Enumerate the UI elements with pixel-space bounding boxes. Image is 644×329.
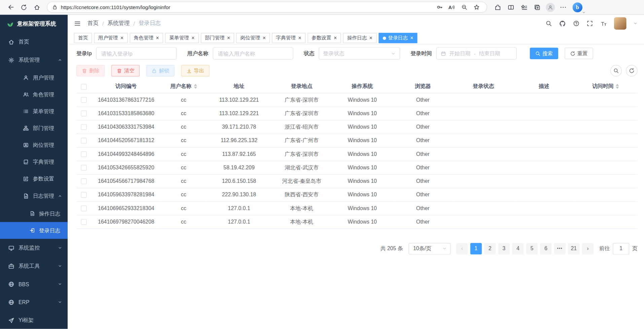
app-logo[interactable]: 意框架管理系统 (0, 15, 68, 33)
close-tab-icon[interactable]: × (227, 35, 230, 41)
col-visit-time[interactable]: 访问时间 (574, 80, 637, 93)
help-icon[interactable] (573, 20, 580, 27)
close-tab-icon[interactable]: × (369, 35, 372, 41)
unlock-button[interactable]: 解锁 (146, 65, 175, 76)
close-tab-icon[interactable]: × (298, 35, 301, 41)
row-checkbox[interactable] (81, 178, 86, 184)
sidebar-item-param-settings[interactable]: 参数设置 (0, 170, 68, 187)
sidebar-item-erp[interactable]: ERP (0, 293, 68, 311)
page-button-21[interactable]: 21 (568, 243, 579, 254)
show-search-icon[interactable] (610, 65, 622, 76)
address-bar[interactable]: https://ccnetcore.com:1101/system/log/lo… (47, 2, 487, 13)
breadcrumb-system-mgmt[interactable]: 系统管理 (108, 20, 130, 27)
github-icon[interactable] (559, 20, 566, 27)
close-tab-icon[interactable]: × (120, 35, 123, 41)
tab-login-log[interactable]: 登录日志× (379, 33, 417, 43)
url-text[interactable]: https://ccnetcore.com:1101/system/log/lo… (61, 4, 433, 10)
row-checkbox[interactable] (81, 192, 86, 198)
browser-refresh-button[interactable] (17, 1, 30, 13)
browser-back-button[interactable] (4, 1, 17, 13)
delete-button[interactable]: 删除 (76, 65, 105, 76)
tab-param-settings[interactable]: 参数设置× (308, 33, 341, 43)
page-button-6[interactable]: 6 (540, 243, 551, 254)
status-select[interactable]: 登录状态 (319, 47, 400, 60)
close-tab-icon[interactable]: × (191, 35, 194, 41)
sidebar-item-bbs[interactable]: BBS (0, 275, 68, 293)
tab-dept-mgmt[interactable]: 部门管理× (201, 33, 235, 43)
select-all-checkbox[interactable] (81, 84, 86, 89)
sidebar-item-login-log[interactable]: 登录日志 (0, 222, 68, 239)
row-checkbox[interactable] (81, 206, 86, 211)
sidebar-item-system-mgmt[interactable]: 系统管理 (0, 51, 68, 69)
tab-dict-mgmt[interactable]: 字典管理× (272, 33, 306, 43)
sort-caret-icon[interactable] (616, 84, 619, 89)
close-tab-icon[interactable]: × (334, 35, 337, 41)
row-checkbox[interactable] (81, 111, 86, 117)
goto-page-input[interactable] (613, 243, 629, 254)
prev-page-button[interactable]: ‹ (456, 243, 468, 254)
more-pages-icon[interactable]: ••• (554, 243, 566, 254)
tab-user-mgmt[interactable]: 用户管理× (94, 33, 128, 43)
sort-caret-icon[interactable] (194, 84, 197, 89)
sidebar-item-role-mgmt[interactable]: 角色管理 (0, 86, 68, 103)
collections-icon[interactable] (531, 1, 544, 13)
row-checkbox[interactable] (81, 138, 86, 143)
date-range-picker[interactable]: 开始日期 - 结束日期 (436, 47, 516, 60)
breadcrumb-home[interactable]: 首页 (87, 20, 99, 27)
sidebar-item-home[interactable]: 首页 (0, 33, 68, 51)
login-ip-input[interactable] (96, 47, 176, 60)
user-name-input[interactable] (213, 47, 293, 60)
user-avatar[interactable] (614, 17, 627, 30)
col-user-name[interactable]: 用户名称 (161, 80, 206, 93)
split-screen-icon[interactable] (504, 1, 517, 13)
export-button[interactable]: 导出 (181, 65, 209, 76)
clear-button[interactable]: 清空 (111, 65, 140, 76)
page-button-3[interactable]: 3 (498, 243, 510, 254)
tab-role-mgmt[interactable]: 角色管理× (130, 33, 163, 43)
browser-more-icon[interactable]: ··· (557, 1, 570, 13)
page-button-2[interactable]: 2 (484, 243, 496, 254)
sidebar-toggle-icon[interactable] (74, 20, 81, 27)
fullscreen-icon[interactable] (586, 20, 593, 27)
favorites-star-icon[interactable] (471, 2, 482, 12)
bing-copilot-icon[interactable]: b (573, 2, 582, 12)
row-checkbox[interactable] (81, 124, 86, 130)
row-checkbox[interactable] (81, 165, 86, 171)
extensions-puzzle-icon[interactable] (491, 1, 504, 13)
browser-home-button[interactable] (30, 1, 43, 13)
close-tab-icon[interactable]: × (156, 35, 159, 41)
site-info-lock-icon[interactable] (52, 4, 58, 10)
page-button-1[interactable]: 1 (470, 243, 482, 254)
page-size-select[interactable]: 10条/页 (409, 243, 451, 254)
sidebar-item-post-mgmt[interactable]: 岗位管理 (0, 136, 68, 153)
sidebar-item-log-mgmt[interactable]: 日志管理 (0, 187, 68, 205)
sidebar-item-system-tools[interactable]: 系统工具 (0, 257, 68, 275)
sidebar-item-operation-log[interactable]: 操作日志 (0, 205, 68, 222)
password-key-icon[interactable] (434, 2, 445, 12)
row-checkbox[interactable] (81, 152, 86, 157)
close-tab-icon[interactable]: × (262, 35, 265, 41)
header-search-icon[interactable] (545, 20, 552, 27)
text-size-icon[interactable] (600, 20, 607, 26)
sidebar-item-yi-framework[interactable]: Yi框架 (0, 311, 68, 329)
next-page-button[interactable]: › (582, 243, 594, 254)
zoom-out-icon[interactable] (459, 2, 470, 12)
browser-profile-avatar[interactable] (544, 1, 557, 13)
sidebar-item-dept-mgmt[interactable]: 部门管理 (0, 120, 68, 136)
search-button[interactable]: 搜索 (530, 48, 558, 59)
refresh-table-icon[interactable] (626, 65, 637, 76)
sidebar-item-dict-mgmt[interactable]: 字典管理 (0, 153, 68, 170)
page-button-5[interactable]: 5 (526, 243, 538, 254)
close-tab-icon[interactable]: × (410, 35, 413, 41)
tab-home[interactable]: 首页 (74, 33, 92, 43)
read-aloud-icon[interactable]: A (446, 2, 457, 12)
tab-post-mgmt[interactable]: 岗位管理× (236, 33, 270, 43)
reset-button[interactable]: 重置 (565, 48, 593, 59)
sidebar-item-menu-mgmt[interactable]: 菜单管理 (0, 103, 68, 120)
row-checkbox[interactable] (81, 97, 86, 103)
sidebar-item-system-monitor[interactable]: 系统监控 (0, 239, 68, 257)
favorites-bar-icon[interactable] (517, 1, 531, 13)
tab-menu-mgmt[interactable]: 菜单管理× (165, 33, 199, 43)
tab-operation-log[interactable]: 操作日志× (343, 33, 377, 43)
page-button-4[interactable]: 4 (512, 243, 524, 254)
